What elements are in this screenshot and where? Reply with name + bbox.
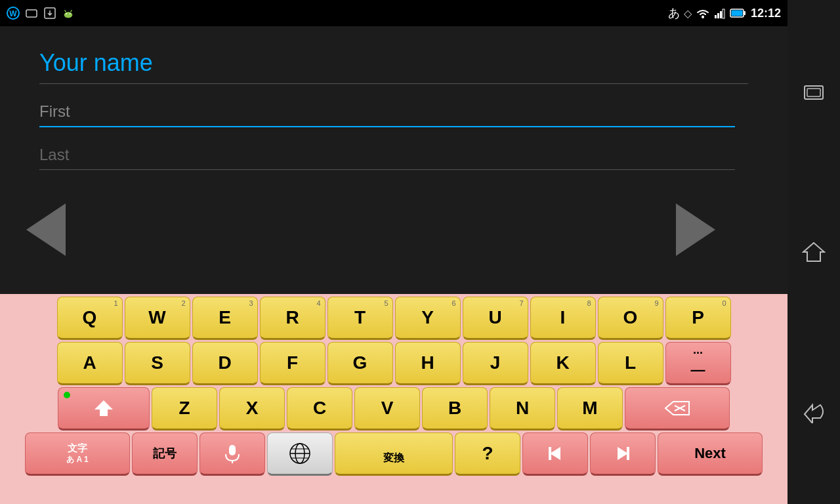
recents-icon [802, 83, 826, 102]
left-arrow-icon [26, 203, 66, 256]
left-arrow-key-icon [546, 444, 564, 463]
key-v[interactable]: V [354, 387, 420, 430]
right-arrow-key-icon [614, 444, 632, 463]
svg-point-13 [702, 16, 704, 18]
clock: 12:12 [751, 7, 781, 20]
form-section: Your name [0, 26, 788, 322]
battery-icon [730, 8, 747, 18]
svg-point-8 [64, 12, 73, 18]
app-icon-android [62, 7, 75, 20]
shift-indicator [64, 392, 70, 398]
svg-rect-37 [807, 89, 820, 96]
key-w[interactable]: 2W [125, 297, 190, 340]
key-henkan[interactable]: 変換 [335, 432, 453, 476]
page-title: Your name [39, 49, 748, 77]
svg-point-10 [70, 13, 71, 14]
svg-text:W: W [9, 9, 17, 18]
app-icon-1: W [7, 7, 20, 20]
key-h[interactable]: H [395, 342, 461, 385]
key-question[interactable]: ? [455, 432, 520, 476]
key-moji-bottom: あ A 1 [66, 455, 89, 465]
key-k[interactable]: K [530, 342, 596, 385]
signal-icon [714, 7, 726, 19]
key-y[interactable]: 6Y [395, 297, 461, 340]
key-arrow-right[interactable] [590, 432, 656, 476]
mic-icon [223, 444, 242, 463]
keyboard-row-3: Z X C V B N M [3, 387, 785, 430]
key-t[interactable]: 5T [327, 297, 393, 340]
key-z[interactable]: Z [152, 387, 217, 430]
key-d[interactable]: D [192, 342, 258, 385]
key-henkan-label: 変換 [383, 452, 404, 465]
key-n[interactable]: N [490, 387, 555, 430]
keyboard-row-bottom: 文字 あ A 1 記号 [3, 432, 785, 476]
nav-recents[interactable] [797, 76, 830, 109]
app-icon-download [43, 7, 56, 20]
key-o[interactable]: 9O [598, 297, 663, 340]
key-kigou-label: 記号 [153, 446, 177, 461]
keyboard-row-1: 1Q 2W 3E 4R 5T 6Y 7U [3, 297, 785, 340]
key-x[interactable]: X [219, 387, 285, 430]
first-name-input[interactable] [39, 97, 735, 127]
globe-icon [288, 442, 312, 465]
key-e[interactable]: 3E [192, 297, 258, 340]
svg-marker-22 [665, 402, 689, 415]
svg-line-12 [71, 10, 72, 12]
signal-diamond: ◇ [684, 7, 692, 20]
right-arrow-icon [676, 203, 715, 256]
key-henkan-space [387, 442, 400, 452]
key-a[interactable]: A [57, 342, 123, 385]
svg-rect-35 [627, 447, 629, 460]
right-arrow-button[interactable] [669, 197, 722, 262]
last-name-input[interactable] [39, 140, 735, 170]
svg-rect-19 [744, 11, 746, 15]
key-g[interactable]: G [327, 342, 393, 385]
key-i[interactable]: 8I [530, 297, 596, 340]
title-divider [39, 83, 748, 84]
nav-home[interactable] [797, 236, 830, 268]
key-m[interactable]: M [557, 387, 623, 430]
key-l[interactable]: L [598, 342, 663, 385]
status-bar-right: あ ◇ 12:12 [668, 5, 781, 21]
key-p[interactable]: 0P [665, 297, 731, 340]
svg-rect-16 [720, 11, 722, 18]
svg-rect-15 [717, 13, 719, 18]
key-next[interactable]: Next [658, 432, 763, 476]
key-moji-top: 文字 [68, 442, 87, 455]
key-s[interactable]: S [125, 342, 190, 385]
key-f[interactable]: F [260, 342, 326, 385]
svg-line-11 [65, 10, 66, 12]
key-shift[interactable] [58, 387, 150, 430]
backspace-icon [664, 399, 690, 417]
key-globe[interactable] [267, 432, 333, 476]
key-c[interactable]: C [287, 387, 352, 430]
key-backspace[interactable] [625, 387, 730, 430]
nav-back[interactable] [797, 395, 830, 428]
app-icon-keyboard [25, 7, 38, 20]
shift-icon [93, 398, 114, 419]
key-j[interactable]: J [463, 342, 528, 385]
key-ellipsis-dash[interactable]: ··· — [665, 342, 731, 385]
wifi-icon [696, 7, 710, 19]
key-moji[interactable]: 文字 あ A 1 [25, 432, 130, 476]
key-q[interactable]: 1Q [57, 297, 123, 340]
key-b[interactable]: B [422, 387, 488, 430]
left-arrow-button[interactable] [20, 197, 72, 262]
main-content: W [0, 0, 788, 504]
svg-rect-33 [549, 447, 551, 460]
keyboard: 1Q 2W 3E 4R 5T 6Y 7U [0, 294, 788, 504]
svg-marker-34 [618, 447, 628, 460]
key-r[interactable]: 4R [260, 297, 326, 340]
key-mic[interactable] [200, 432, 265, 476]
svg-marker-32 [550, 447, 560, 460]
svg-rect-2 [26, 10, 37, 17]
key-next-label: Next [694, 445, 726, 462]
key-kigou[interactable]: 記号 [132, 432, 198, 476]
svg-rect-20 [731, 10, 742, 16]
key-u[interactable]: 7U [463, 297, 528, 340]
status-bar-left: W [7, 7, 75, 20]
svg-marker-21 [94, 400, 113, 416]
key-arrow-left[interactable] [522, 432, 588, 476]
svg-rect-17 [723, 9, 724, 18]
back-icon [802, 400, 826, 423]
